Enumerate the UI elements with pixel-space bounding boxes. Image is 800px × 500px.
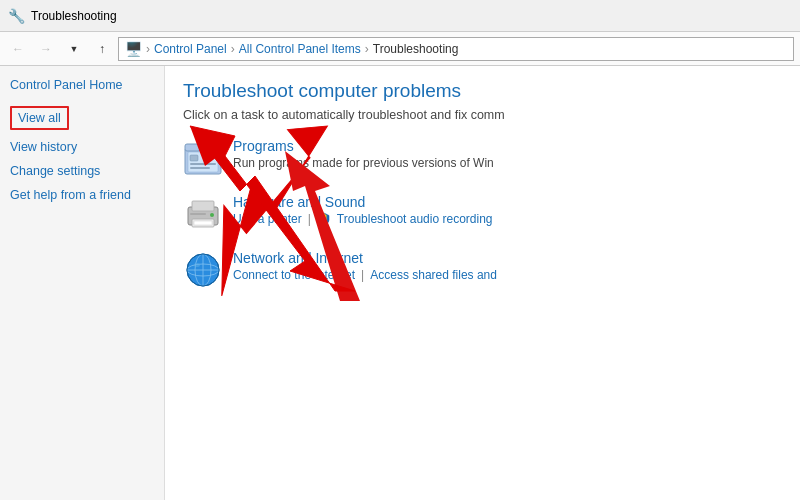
svg-point-18	[194, 263, 200, 267]
network-info: Network and Internet Connect to the Inte…	[233, 250, 497, 282]
content-title: Troubleshoot computer problems	[183, 80, 782, 102]
network-links: Connect to the Internet | Access shared …	[233, 268, 497, 282]
shield-icon	[317, 212, 331, 226]
path-current: Troubleshooting	[373, 42, 459, 56]
sidebar-control-panel-home[interactable]: Control Panel Home	[10, 78, 154, 92]
hardware-link-printer[interactable]: Use a printer	[233, 212, 302, 226]
hardware-links: Use a printer | Troubleshoot audio recor…	[233, 212, 492, 226]
network-icon	[183, 250, 223, 290]
window-title: Troubleshooting	[31, 9, 117, 23]
sidebar-change-settings[interactable]: Change settings	[10, 164, 154, 178]
sidebar: Control Panel Home View all View history…	[0, 66, 165, 500]
title-bar: 🔧 Troubleshooting	[0, 0, 800, 32]
category-hardware: Hardware and Sound Use a printer | Troub…	[183, 194, 782, 234]
sidebar-view-history[interactable]: View history	[10, 140, 154, 154]
hardware-title[interactable]: Hardware and Sound	[233, 194, 492, 210]
programs-title[interactable]: Programs	[233, 138, 494, 154]
network-title[interactable]: Network and Internet	[233, 250, 497, 266]
content-area: Troubleshoot computer problems Click on …	[165, 66, 800, 500]
recent-button[interactable]: ▼	[62, 37, 86, 61]
path-icon: 🖥️	[125, 41, 142, 57]
svg-rect-7	[192, 201, 214, 211]
category-programs: Programs Run programs made for previous …	[183, 138, 782, 178]
svg-rect-1	[185, 144, 200, 151]
svg-rect-3	[190, 155, 198, 161]
sidebar-view-all[interactable]: View all	[10, 106, 69, 130]
up-button[interactable]: ↑	[90, 37, 114, 61]
main-layout: Control Panel Home View all View history…	[0, 66, 800, 500]
path-all-items[interactable]: All Control Panel Items	[239, 42, 361, 56]
forward-button[interactable]: →	[34, 37, 58, 61]
window-icon: 🔧	[8, 8, 25, 24]
content-description: Click on a task to automatically trouble…	[183, 108, 782, 122]
sidebar-get-help[interactable]: Get help from a friend	[10, 188, 154, 202]
programs-icon	[183, 138, 223, 178]
svg-rect-11	[190, 213, 206, 215]
svg-rect-5	[190, 167, 210, 169]
address-path-bar[interactable]: 🖥️ › Control Panel › All Control Panel I…	[118, 37, 794, 61]
svg-rect-9	[194, 221, 212, 225]
hardware-link-audio[interactable]: Troubleshoot audio recording	[337, 212, 493, 226]
address-bar: ← → ▼ ↑ 🖥️ › Control Panel › All Control…	[0, 32, 800, 66]
network-link-connect[interactable]: Connect to the Internet	[233, 268, 355, 282]
back-button[interactable]: ←	[6, 37, 30, 61]
programs-subtitle: Run programs made for previous versions …	[233, 156, 494, 170]
svg-point-10	[210, 213, 214, 217]
network-link-files[interactable]: Access shared files and	[370, 268, 497, 282]
programs-info: Programs Run programs made for previous …	[233, 138, 494, 170]
path-control-panel[interactable]: Control Panel	[154, 42, 227, 56]
hardware-icon	[183, 194, 223, 234]
svg-rect-4	[190, 163, 216, 165]
category-network: Network and Internet Connect to the Inte…	[183, 250, 782, 290]
programs-desc: Run programs made for previous versions …	[233, 156, 494, 170]
hardware-info: Hardware and Sound Use a printer | Troub…	[233, 194, 492, 226]
